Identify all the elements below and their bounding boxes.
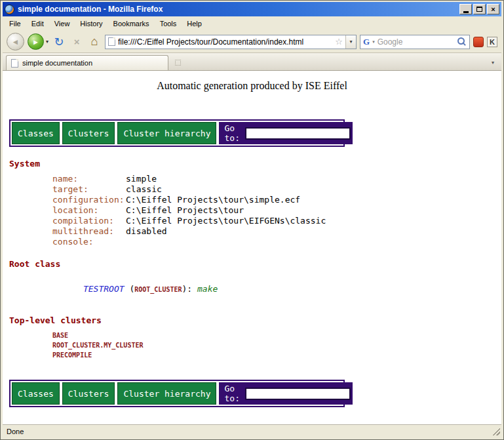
refresh-button[interactable]: ↻ xyxy=(52,34,66,50)
menu-bookmarks[interactable]: Bookmarks xyxy=(108,18,155,30)
status-bar: Done xyxy=(3,424,501,437)
menu-help[interactable]: Help xyxy=(182,18,207,30)
back-button[interactable]: ◄ xyxy=(7,33,24,50)
menu-file[interactable]: File xyxy=(4,18,26,30)
window-title: simple documentation - Mozilla Firefox xyxy=(18,5,456,14)
resize-grip[interactable] xyxy=(492,427,500,435)
cluster-hierarchy-button[interactable]: Cluster hierarchy xyxy=(117,122,216,144)
google-logo-icon: G xyxy=(363,37,370,47)
system-row-label: configuration: xyxy=(52,195,126,205)
navigation-toolbar: ◄ ► ▾ ↻ × ⌂ ☆ ▾ G ▾ Google K xyxy=(3,31,501,53)
system-row: name: simple xyxy=(52,174,501,184)
system-row-value: simple xyxy=(126,174,157,184)
tab-bar: simple documentation ▾ xyxy=(3,53,501,71)
url-input[interactable] xyxy=(118,36,332,48)
firefox-icon xyxy=(5,5,14,14)
url-history-dropdown[interactable]: ▾ xyxy=(345,35,356,49)
system-row: multithread: disabled xyxy=(52,226,501,237)
minimize-icon xyxy=(463,11,469,13)
list-all-tabs-button[interactable]: ▾ xyxy=(488,56,498,69)
tab-label: simple documentation xyxy=(22,59,92,67)
clusters-button[interactable]: Clusters xyxy=(62,122,115,144)
search-icon[interactable] xyxy=(457,37,467,47)
system-row-label: console: xyxy=(52,237,126,247)
system-row: configuration: C:\Eiffel Projects\tour\s… xyxy=(52,195,501,205)
tab-page-icon xyxy=(11,59,18,68)
top-level-clusters-heading: Top-level clusters xyxy=(9,315,501,325)
root-class-line: TESTROOT (ROOT_CLUSTER): make xyxy=(52,274,501,304)
page-title: Automatic generation produced by ISE Eif… xyxy=(3,80,501,92)
menu-history[interactable]: History xyxy=(75,18,107,30)
system-row: location: C:\Eiffel Projects\tour xyxy=(52,205,501,216)
root-cluster-name: ROOT_CLUSTER xyxy=(134,286,182,293)
system-row-label: compilation: xyxy=(52,216,126,226)
root-feature-link[interactable]: make xyxy=(197,284,218,294)
goto-label: Go to: xyxy=(224,384,239,403)
red-addon-icon[interactable] xyxy=(473,37,484,47)
classes-button[interactable]: Classes xyxy=(12,382,60,405)
menu-view[interactable]: View xyxy=(49,18,75,30)
cluster-link-root-cluster-my-cluster[interactable]: ROOT_CLUSTER.MY_CLUSTER xyxy=(52,340,501,350)
search-engine-dropdown[interactable]: ▾ xyxy=(372,39,375,45)
search-box[interactable]: G ▾ Google xyxy=(360,35,470,49)
menu-edit[interactable]: Edit xyxy=(26,18,49,30)
search-engine-label: Google xyxy=(378,37,454,47)
page-content: Automatic generation produced by ISE Eif… xyxy=(3,71,501,424)
system-row-value: C:\Eiffel Projects\tour\simple.ecf xyxy=(126,195,300,205)
cluster-hierarchy-button[interactable]: Cluster hierarchy xyxy=(117,382,216,405)
goto-label: Go to: xyxy=(224,123,239,143)
goto-input[interactable] xyxy=(245,127,351,140)
classes-button[interactable]: Classes xyxy=(12,122,60,144)
menu-tools[interactable]: Tools xyxy=(155,18,182,30)
system-row-value: C:\Eiffel Projects\tour xyxy=(126,205,244,216)
paren-open: ( xyxy=(125,284,135,294)
tab-strip-divider xyxy=(175,60,181,66)
system-row-label: multithread: xyxy=(52,226,126,237)
system-row: compilation: C:\Eiffel Projects\tour\EIF… xyxy=(52,216,501,226)
paren-close: ): xyxy=(182,284,197,294)
system-row-label: name: xyxy=(52,174,126,184)
address-bar: ☆ ▾ xyxy=(105,35,357,49)
system-row-value: classic xyxy=(126,184,162,195)
goto-input[interactable] xyxy=(245,388,351,400)
goto-section: Go to: xyxy=(219,122,352,144)
system-row: console: xyxy=(52,237,501,247)
system-row-value: C:\Eiffel Projects\tour\EIFGENs\classic xyxy=(126,216,326,226)
cluster-link-precompile[interactable]: PRECOMPILE xyxy=(52,350,501,360)
k-addon-icon[interactable]: K xyxy=(487,37,497,47)
clusters-button[interactable]: Clusters xyxy=(62,382,115,405)
title-bar: simple documentation - Mozilla Firefox × xyxy=(3,2,501,16)
doc-nav-bottom: Classes Clusters Cluster hierarchy Go to… xyxy=(9,380,345,407)
browser-window: simple documentation - Mozilla Firefox ×… xyxy=(0,0,504,440)
forward-button[interactable]: ► xyxy=(28,33,44,50)
doc-nav-top: Classes Clusters Cluster hierarchy Go to… xyxy=(9,119,345,147)
tab-simple-documentation[interactable]: simple documentation xyxy=(6,55,168,70)
status-text: Done xyxy=(7,428,24,435)
system-row-value: disabled xyxy=(126,226,167,237)
goto-section: Go to: xyxy=(219,382,352,405)
system-row: target: classic xyxy=(52,184,501,195)
minimize-button[interactable] xyxy=(459,4,472,14)
root-class-link[interactable]: TESTROOT xyxy=(83,284,125,294)
menu-bar: File Edit View History Bookmarks Tools H… xyxy=(3,16,501,31)
home-button[interactable]: ⌂ xyxy=(87,34,102,50)
window-controls: × xyxy=(459,4,499,14)
maximize-button[interactable] xyxy=(473,4,486,14)
system-heading: System xyxy=(9,159,501,169)
root-class-heading: Root class xyxy=(9,259,501,269)
close-button[interactable]: × xyxy=(487,4,499,14)
bookmark-star-icon[interactable]: ☆ xyxy=(335,37,343,46)
cluster-link-base[interactable]: BASE xyxy=(52,330,501,340)
page-icon xyxy=(108,37,115,46)
system-row-label: target: xyxy=(52,184,126,195)
forward-dropdown-icon[interactable]: ▾ xyxy=(46,39,48,45)
stop-button[interactable]: × xyxy=(69,34,84,50)
system-row-label: location: xyxy=(52,205,126,216)
maximize-icon xyxy=(476,7,482,12)
